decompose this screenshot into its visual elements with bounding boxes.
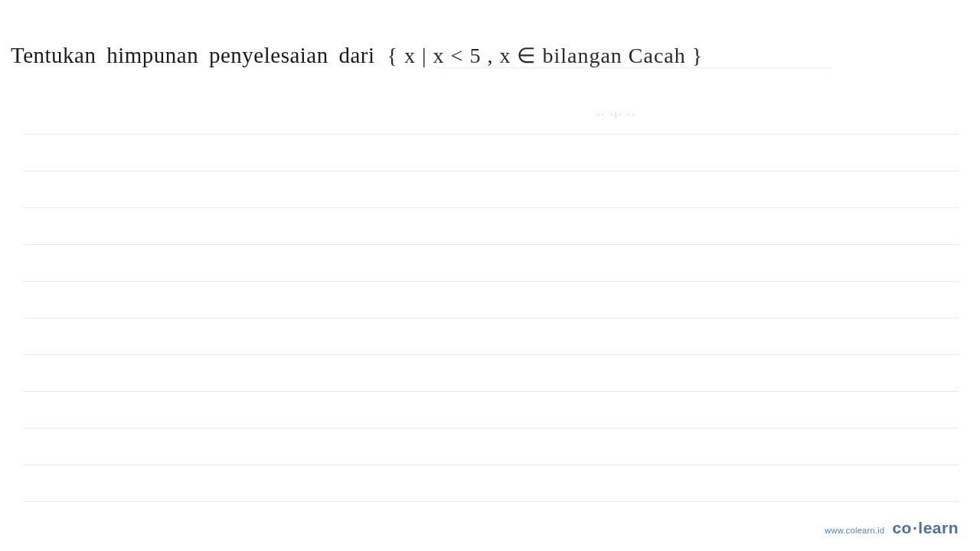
question-row: Tentukan himpunan penyelesaian dari { x …: [11, 43, 703, 68]
ruled-line: [23, 135, 959, 171]
footer: www.colearn.id co·learn: [825, 519, 959, 537]
handwriting-underline: [436, 67, 831, 68]
question-printed-text: Tentukan himpunan penyelesaian dari: [11, 43, 375, 68]
ruled-line: [23, 355, 959, 392]
ruled-lines-area: [23, 98, 959, 528]
question-handwritten-text: { x | x < 5 , x ∈ bilangan Cacah }: [387, 43, 704, 68]
ruled-line: [23, 429, 959, 465]
worksheet-page: Tentukan himpunan penyelesaian dari { x …: [0, 0, 980, 551]
ruled-line: [23, 465, 959, 502]
ruled-line: [23, 318, 959, 355]
ruled-line: [23, 392, 959, 429]
ruled-line: [23, 98, 959, 135]
ruled-line: [23, 171, 959, 208]
ruled-line: [23, 282, 959, 318]
ruled-line: [23, 245, 959, 282]
brand-part-learn: learn: [918, 519, 959, 536]
footer-brand: co·learn: [892, 519, 959, 537]
ruled-line: [23, 208, 959, 245]
footer-url: www.colearn.id: [825, 526, 884, 535]
brand-part-co: co: [892, 519, 912, 536]
